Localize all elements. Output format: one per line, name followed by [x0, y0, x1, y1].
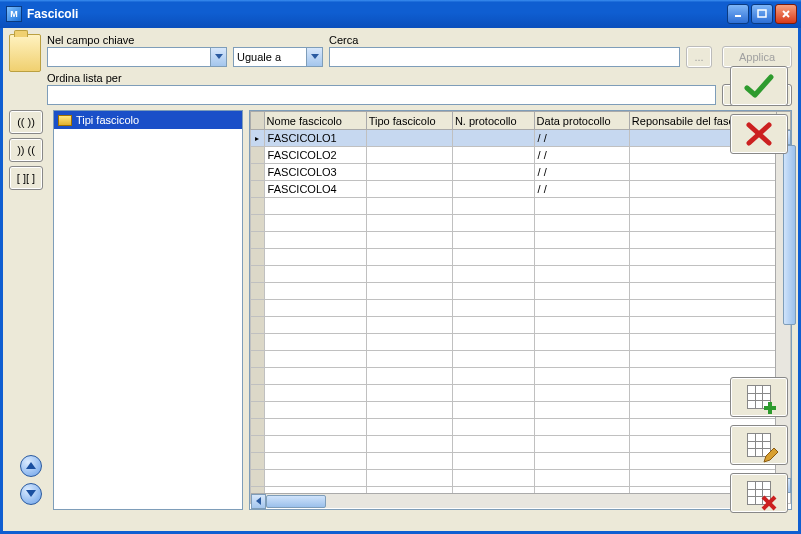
cell[interactable]: / /	[534, 181, 629, 198]
cell[interactable]: FASCICOLO3	[264, 164, 366, 181]
table-row-empty	[251, 419, 791, 436]
table-row[interactable]: ▸FASCICOLO1/ /	[251, 130, 791, 147]
table-row[interactable]: FASCICOLO4/ /1	[251, 181, 791, 198]
edit-record-button[interactable]	[730, 425, 788, 465]
scroll-tree-down-button[interactable]	[20, 483, 42, 505]
table-row[interactable]: FASCICOLO3/ /	[251, 164, 791, 181]
maximize-button[interactable]	[751, 4, 773, 24]
svg-marker-17	[26, 462, 36, 469]
cell-empty	[366, 470, 452, 487]
minimize-button[interactable]	[727, 4, 749, 24]
collapse-all-button[interactable]: )) ((	[9, 138, 43, 162]
cell[interactable]: / /	[534, 147, 629, 164]
table-row-empty	[251, 317, 791, 334]
scroll-left-button[interactable]	[251, 494, 266, 509]
cell[interactable]	[629, 181, 776, 198]
cell[interactable]: / /	[534, 130, 629, 147]
table-row-empty	[251, 198, 791, 215]
operator-select[interactable]: Uguale a	[233, 47, 323, 67]
row-indicator	[251, 164, 265, 181]
cell-empty	[534, 334, 629, 351]
cell[interactable]: FASCICOLO4	[264, 181, 366, 198]
vscroll-thumb[interactable]	[783, 145, 796, 325]
cell-empty	[264, 419, 366, 436]
cell-empty	[366, 368, 452, 385]
col-nprot[interactable]: N. protocollo	[452, 112, 534, 130]
label-search: Cerca	[329, 34, 680, 46]
cell-empty	[452, 283, 534, 300]
operator-value: Uguale a	[234, 51, 306, 63]
hscroll-track[interactable]	[266, 495, 760, 508]
browse-button[interactable]: ...	[686, 46, 712, 68]
cell-empty	[366, 249, 452, 266]
apply-button[interactable]: Applica	[722, 46, 792, 68]
cell-empty	[629, 317, 776, 334]
row-indicator	[251, 232, 265, 249]
col-tipo[interactable]: Tipo fascicolo	[366, 112, 452, 130]
type-tree[interactable]: Tipi fascicolo	[53, 110, 243, 510]
hscroll-thumb[interactable]	[266, 495, 326, 508]
cell[interactable]: FASCICOLO1	[264, 130, 366, 147]
cell[interactable]: / /	[534, 164, 629, 181]
col-dataprot[interactable]: Data protocollo	[534, 112, 629, 130]
columns-button[interactable]: [ ][ ]	[9, 166, 43, 190]
cell-empty	[534, 232, 629, 249]
cell-empty	[264, 385, 366, 402]
window-title: Fascicoli	[27, 7, 727, 21]
table-row[interactable]: FASCICOLO2/ /	[251, 147, 791, 164]
table-row-empty	[251, 368, 791, 385]
new-record-button[interactable]	[730, 377, 788, 417]
tree-root[interactable]: Tipi fascicolo	[54, 111, 242, 129]
cell-empty	[534, 470, 629, 487]
cell[interactable]	[629, 164, 776, 181]
row-indicator	[251, 215, 265, 232]
row-indicator	[251, 470, 265, 487]
cell-empty	[452, 300, 534, 317]
order-by-input[interactable]	[47, 85, 716, 105]
confirm-button[interactable]	[730, 66, 788, 106]
close-button[interactable]	[775, 4, 797, 24]
scroll-tree-up-button[interactable]	[20, 455, 42, 477]
cell-empty	[452, 402, 534, 419]
cell-empty	[629, 232, 776, 249]
cell-empty	[264, 283, 366, 300]
cancel-button[interactable]	[730, 114, 788, 154]
window-content: Nel campo chiave Cerca Uguale a ... Appl…	[0, 28, 801, 534]
data-grid[interactable]: Nome fascicolo Tipo fascicolo N. protoco…	[249, 110, 792, 510]
cell[interactable]	[366, 130, 452, 147]
cell-empty	[366, 198, 452, 215]
cell[interactable]	[452, 130, 534, 147]
cell[interactable]: FASCICOLO2	[264, 147, 366, 164]
grid-hscrollbar[interactable]	[251, 493, 775, 508]
cell[interactable]	[366, 181, 452, 198]
cell-empty	[452, 232, 534, 249]
cell[interactable]	[452, 147, 534, 164]
checkmark-icon	[743, 73, 775, 99]
cell-empty	[366, 436, 452, 453]
cell[interactable]	[452, 164, 534, 181]
tree-root-label: Tipi fascicolo	[76, 114, 139, 126]
key-field-select[interactable]	[47, 47, 227, 67]
cell-empty	[629, 334, 776, 351]
row-indicator	[251, 249, 265, 266]
svg-marker-5	[311, 54, 319, 59]
cell[interactable]	[366, 147, 452, 164]
cell[interactable]	[366, 164, 452, 181]
table-row-empty	[251, 351, 791, 368]
row-indicator: ▸	[251, 130, 265, 147]
col-nome[interactable]: Nome fascicolo	[264, 112, 366, 130]
search-input[interactable]	[329, 47, 680, 67]
cell[interactable]	[452, 181, 534, 198]
chevron-up-icon	[26, 462, 36, 470]
app-icon: M	[6, 6, 22, 22]
cell-empty	[264, 215, 366, 232]
delete-record-button[interactable]	[730, 473, 788, 513]
cell-empty	[366, 419, 452, 436]
cell-empty	[629, 266, 776, 283]
cell-empty	[452, 249, 534, 266]
cell-empty	[452, 266, 534, 283]
cell-empty	[264, 453, 366, 470]
expand-all-button[interactable]: (( ))	[9, 110, 43, 134]
cell-empty	[452, 453, 534, 470]
row-indicator	[251, 402, 265, 419]
